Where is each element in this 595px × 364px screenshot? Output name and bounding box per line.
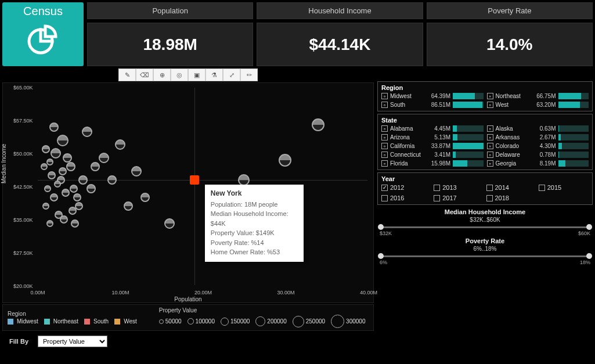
zoom-icon[interactable]: ⊕ bbox=[153, 69, 171, 81]
filter-item[interactable]: ▫ Georgia 8.19M bbox=[487, 160, 589, 167]
checkbox-icon[interactable] bbox=[434, 195, 440, 201]
pencil-icon[interactable]: ✏ bbox=[240, 69, 258, 81]
microscope-icon[interactable]: ⚗ bbox=[205, 69, 223, 81]
year-item[interactable]: 2013 bbox=[434, 183, 484, 192]
filter-item[interactable]: ▫ West 63.20M bbox=[487, 101, 589, 109]
scatter-point[interactable] bbox=[44, 185, 51, 192]
filter-item[interactable]: ▫ Connecticut 3.41M bbox=[381, 151, 484, 158]
slider-thumb-hi[interactable] bbox=[586, 224, 592, 230]
filter-item[interactable]: ▫ Arkansas 2.67M bbox=[487, 134, 589, 141]
checkbox-icon[interactable]: ▫ bbox=[487, 102, 493, 108]
filter-item[interactable]: ▫ South 86.51M bbox=[381, 101, 484, 109]
checkbox-icon[interactable]: ▫ bbox=[487, 125, 493, 132]
expand-icon[interactable]: ⤢ bbox=[223, 69, 240, 81]
scatter-point[interactable] bbox=[49, 122, 59, 132]
slider-thumb-lo[interactable] bbox=[378, 224, 384, 230]
checkbox-icon[interactable]: ▫ bbox=[487, 134, 493, 140]
filter-item[interactable]: ▫ Northeast 66.75M bbox=[487, 92, 589, 100]
checkbox-icon[interactable]: ▫ bbox=[381, 102, 388, 108]
checkbox-icon[interactable] bbox=[539, 185, 545, 191]
filter-item[interactable]: ▫ Florida 15.98M bbox=[381, 160, 484, 167]
checkbox-icon[interactable]: ▫ bbox=[487, 152, 493, 158]
legend-region-item[interactable]: West bbox=[114, 318, 137, 325]
brush-icon[interactable]: ✎ bbox=[118, 69, 136, 81]
scatter-point[interactable] bbox=[59, 167, 67, 175]
scatter-point[interactable] bbox=[41, 163, 48, 170]
filter-item[interactable]: ▫ Delaware 0.78M bbox=[487, 151, 589, 158]
scatter-point[interactable] bbox=[51, 148, 61, 158]
range-slider[interactable] bbox=[381, 224, 589, 230]
checkbox-icon[interactable] bbox=[381, 195, 388, 201]
scatter-point[interactable] bbox=[63, 153, 72, 163]
year-item[interactable]: 2017 bbox=[434, 194, 484, 202]
checkbox-icon[interactable]: ✓ bbox=[381, 185, 388, 191]
fillby-select[interactable]: Property Value bbox=[38, 336, 107, 347]
scatter-point[interactable] bbox=[82, 127, 92, 137]
checkbox-icon[interactable] bbox=[486, 195, 493, 201]
scatter-chart[interactable]: Median Income Population $20.00K$27.50K$… bbox=[2, 82, 374, 303]
checkbox-icon[interactable]: ▫ bbox=[381, 152, 388, 158]
year-item[interactable]: ✓ 2012 bbox=[381, 183, 431, 192]
legend-size-item[interactable]: 300000 bbox=[331, 315, 365, 328]
scatter-point[interactable] bbox=[73, 193, 81, 201]
scatter-point[interactable] bbox=[312, 118, 324, 131]
legend-region-item[interactable]: Northeast bbox=[44, 318, 78, 325]
scatter-point[interactable] bbox=[131, 166, 142, 176]
scatter-point[interactable] bbox=[124, 201, 133, 211]
legend-region-item[interactable]: South bbox=[84, 318, 109, 325]
checkbox-icon[interactable] bbox=[434, 185, 440, 191]
checkbox-icon[interactable]: ▫ bbox=[487, 93, 493, 99]
scatter-point[interactable] bbox=[66, 162, 75, 171]
legend-size-item[interactable]: 50000 bbox=[159, 318, 182, 325]
slider-thumb-lo[interactable] bbox=[378, 253, 384, 259]
scatter-point[interactable] bbox=[70, 185, 78, 193]
filter-item[interactable]: ▫ Arizona 5.13M bbox=[381, 134, 484, 141]
scatter-point[interactable] bbox=[99, 153, 109, 163]
census-brand-tile[interactable]: Census bbox=[2, 2, 84, 66]
year-item[interactable]: 2016 bbox=[381, 194, 431, 202]
scatter-point[interactable] bbox=[91, 162, 100, 171]
filter-item[interactable]: ▫ Alaska 0.63M bbox=[487, 125, 589, 132]
scatter-point[interactable] bbox=[42, 203, 49, 210]
scatter-point[interactable] bbox=[86, 184, 96, 193]
checkbox-icon[interactable]: ▫ bbox=[487, 143, 493, 149]
checkbox-icon[interactable]: ▫ bbox=[381, 143, 388, 149]
scatter-point[interactable] bbox=[57, 135, 68, 146]
legend-size-item[interactable]: 200000 bbox=[255, 316, 286, 326]
range-slider[interactable] bbox=[381, 253, 589, 259]
scatter-point[interactable] bbox=[60, 215, 68, 224]
scatter-point[interactable] bbox=[46, 158, 53, 165]
legend-size-item[interactable]: 250000 bbox=[293, 316, 325, 327]
filter-item[interactable]: ▫ California 33.87M bbox=[381, 142, 484, 150]
scatter-point[interactable] bbox=[46, 220, 53, 227]
checkbox-icon[interactable]: ▫ bbox=[381, 134, 388, 140]
scatter-point[interactable] bbox=[42, 145, 50, 153]
scatter-point[interactable] bbox=[115, 139, 125, 150]
scatter-point[interactable] bbox=[164, 218, 175, 229]
filter-item[interactable]: ▫ Alabama 4.45M bbox=[381, 125, 484, 132]
filter-item[interactable]: ▫ Midwest 64.39M bbox=[381, 92, 484, 100]
eraser-icon[interactable]: ⌫ bbox=[136, 69, 153, 81]
filter-item[interactable]: ▫ Colorado 4.30M bbox=[487, 142, 589, 150]
checkbox-icon[interactable]: ▫ bbox=[487, 160, 493, 167]
legend-size-item[interactable]: 150000 bbox=[221, 318, 250, 326]
fit-icon[interactable]: ▣ bbox=[188, 69, 205, 81]
scatter-point[interactable] bbox=[140, 193, 150, 202]
checkbox-icon[interactable] bbox=[486, 185, 493, 191]
legend-region-item[interactable]: Midwest bbox=[8, 318, 38, 325]
year-item[interactable]: 2014 bbox=[486, 183, 536, 192]
scatter-point[interactable] bbox=[71, 219, 79, 228]
scatter-point[interactable] bbox=[54, 181, 61, 188]
scatter-point[interactable] bbox=[50, 193, 58, 201]
hide-icon[interactable]: ◎ bbox=[171, 69, 188, 81]
scatter-point[interactable] bbox=[279, 154, 291, 167]
checkbox-icon[interactable]: ▫ bbox=[381, 125, 388, 132]
year-item[interactable]: 2015 bbox=[539, 183, 589, 192]
slider-thumb-hi[interactable] bbox=[586, 253, 592, 259]
scatter-point[interactable] bbox=[48, 171, 56, 179]
scatter-point-selected[interactable] bbox=[190, 175, 199, 185]
scatter-point[interactable] bbox=[68, 207, 77, 215]
year-item[interactable]: 2018 bbox=[486, 194, 536, 202]
scatter-point[interactable] bbox=[62, 189, 70, 197]
checkbox-icon[interactable]: ▫ bbox=[381, 93, 388, 99]
